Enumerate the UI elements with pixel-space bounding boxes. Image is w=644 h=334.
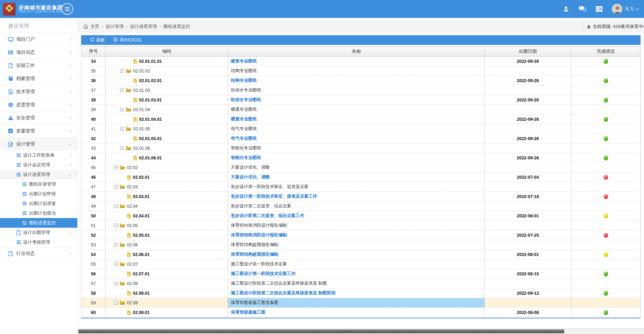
collapse-toggle[interactable]	[114, 243, 118, 247]
table-row-48[interactable]: 4802.03.01初步设计第一阶段技术审定、提资及定案工作2022-07-18	[81, 192, 641, 202]
breadcrumb-items: 主页›设计管理›设计进度管理›图纸进度监控	[90, 23, 190, 30]
table-row-34[interactable]: 3402.01.01.01建筑专业图纸2022-09-26	[81, 57, 641, 66]
current-level: 当前层级: 416黄河体育中心	[583, 21, 644, 32]
collapse-toggle[interactable]	[114, 204, 118, 208]
collapse-toggle[interactable]	[120, 69, 124, 73]
breadcrumb-item[interactable]: 图纸进度监控	[163, 24, 190, 29]
table-row-57[interactable]: 5702.08施工图设计阶段第二次综合定案及终版提资及 制图	[81, 279, 641, 288]
table-row-43[interactable]: 4302.01.06智能化专业图纸	[81, 144, 641, 153]
sidebar-item-20[interactable]: 行业动态	[0, 247, 77, 260]
collapse-toggle[interactable]	[114, 166, 118, 169]
collapse-toggle[interactable]	[114, 185, 118, 189]
name-link[interactable]: 智能化专业图纸	[231, 155, 261, 161]
collapse-toggle[interactable]	[120, 146, 124, 150]
collapse-toggle[interactable]	[120, 108, 124, 111]
chat-icon[interactable]	[579, 5, 586, 13]
table-row-36[interactable]: 3602.01.02.01结构专业图纸2022-09-26	[81, 76, 641, 86]
breadcrumb-home[interactable]: 主页	[90, 24, 99, 29]
table-row-44[interactable]: 4402.01.06.01智能化专业图纸2022-09-26	[81, 153, 641, 163]
breadcrumb-item[interactable]: 设计进度管理	[130, 24, 157, 29]
table-row-50[interactable]: 5002.04.01初步设计阶第二次提资、综合定案工作2022-08-01	[81, 211, 641, 221]
sidebar-item-17[interactable]: 图纸进度监控	[0, 218, 77, 228]
collapse-toggle[interactable]	[114, 224, 118, 227]
collapse-toggle[interactable]	[114, 301, 118, 305]
name-link[interactable]: 电气专业图纸	[231, 136, 257, 141]
sidebar-item-18[interactable]: 设计出图管理	[0, 228, 77, 237]
user-icon[interactable]	[562, 5, 570, 13]
name-link[interactable]: 施工图设计第一阶段技术定案工作	[231, 271, 296, 277]
table-row-41[interactable]: 4102.01.05电气专业图纸	[81, 124, 641, 134]
table-row-60[interactable]: 6002.09.01体育馆桩基施工图2022-08-08	[81, 308, 641, 317]
table-row-47[interactable]: 4702.03初步设计第一阶段技术审定、提资及定案	[81, 182, 641, 192]
page-icon	[133, 156, 137, 160]
table-row-56[interactable]: 5602.07.01施工图设计第一阶段技术定案工作2022-08-15	[81, 269, 641, 279]
horizontal-scrollbar[interactable]	[78, 328, 644, 334]
table-row-53[interactable]: 5302.06体育馆结构超限报告编制	[81, 240, 641, 250]
table-row-45[interactable]: 4502.02方案设计优化、调整	[81, 163, 641, 173]
sidebar-item-14[interactable]: 出图计划申报	[0, 189, 77, 199]
sidebar-item-10[interactable]: 设计工作联系单	[0, 150, 77, 160]
table-row-52[interactable]: 5202.05.01体育馆特殊消防设计报告编制2022-07-25	[81, 230, 641, 240]
name-link[interactable]: 体育馆桩基施工图	[231, 310, 265, 315]
avatar[interactable]	[612, 4, 622, 14]
export-excel-button[interactable]: 导出EXCEL	[109, 35, 146, 45]
table-row-58[interactable]: 5802.08.01施工图设计阶段第二次综合定案及终版提资及 制图阶段2022-…	[81, 288, 641, 298]
folder-icon	[126, 146, 131, 150]
name-link[interactable]: 暖通专业图纸	[231, 116, 257, 122]
sidebar-item-13[interactable]: 图纸目录管理	[0, 179, 77, 189]
name-link[interactable]: 体育馆特殊消防设计报告编制	[231, 232, 287, 238]
sidebar-item-11[interactable]: 设计会议管理	[0, 160, 77, 170]
name-link[interactable]: 方案设计优化、调整	[231, 174, 270, 180]
table-row-42[interactable]: 4202.01.05.01电气专业图纸2022-09-26	[81, 134, 641, 144]
sidebar-item-16[interactable]: 出图计划督办	[0, 208, 77, 218]
sidebar-item-7[interactable]: 安全管理	[0, 111, 77, 124]
collapse-toggle[interactable]	[120, 88, 124, 92]
sidebar-item-8[interactable]: 质量管理	[0, 124, 77, 137]
horizontal-scrollbar-thumb[interactable]	[78, 330, 564, 333]
name-link[interactable]: 施工图设计阶段第二次综合定案及终版提资及 制图阶段	[231, 290, 335, 296]
sidebar-item-15[interactable]: 出图计划变更	[0, 199, 77, 208]
table-row-59[interactable]: 5902.09体育馆桩基施工图准备图	[81, 298, 641, 308]
table-row-46[interactable]: 4602.02.01方案设计优化、调整2022-07-04	[81, 173, 641, 182]
table-row-38[interactable]: 3802.01.03.01给排水专业图纸2022-09-26	[81, 95, 641, 105]
table-row-35[interactable]: 3502.01.02结构专业图纸	[81, 66, 641, 76]
user-menu[interactable]: 马飞	[612, 4, 638, 14]
code-cell: 02.05	[106, 221, 228, 230]
status-dot-red	[604, 175, 608, 180]
hamburger-menu-button[interactable]	[61, 3, 73, 15]
breadcrumb-item[interactable]: 设计管理	[106, 24, 124, 29]
sidebar-item-5[interactable]: 技术管理	[0, 85, 77, 98]
app-list-icon[interactable]	[595, 5, 603, 13]
sidebar-item-label: 设计工作联系单	[23, 152, 55, 158]
sidebar-item-19[interactable]: 设计考核管理	[0, 237, 77, 247]
seq-cell: 54	[81, 250, 106, 259]
name-link[interactable]: 体育馆结构超限报告编制	[231, 252, 279, 257]
name-link[interactable]: 初步设计第一阶段技术审定、提资及定案工作	[231, 194, 317, 199]
table-row-39[interactable]: 3902.01.04暖通专业图纸	[81, 105, 641, 115]
name-link[interactable]: 初步设计阶第二次提资、综合定案工作	[231, 213, 304, 219]
table-row-54[interactable]: 5402.06.01体育馆结构超限报告编制2022-08-01	[81, 250, 641, 259]
table-row-37[interactable]: 3702.01.03给排水专业图纸	[81, 86, 641, 95]
name-link[interactable]: 结构专业图纸	[231, 78, 257, 84]
date-cell: 2022-08-01	[485, 211, 571, 221]
collapse-toggle[interactable]	[114, 282, 118, 285]
menu-icon	[16, 163, 21, 168]
table-row-55[interactable]: 5502.07施工图设计第一阶段技术定案	[81, 259, 641, 269]
sidebar-item-2[interactable]: 项目动态	[0, 46, 77, 59]
table-row-49[interactable]: 4902.04初步设计第二次提资、综合定案	[81, 202, 641, 211]
sidebar-item-3[interactable]: 前期工作	[0, 59, 77, 72]
sidebar-item-6[interactable]: 进度管理	[0, 98, 77, 111]
sidebar-item-4[interactable]: 档案管理	[0, 72, 77, 85]
sidebar-item-9[interactable]: 设计管理	[0, 137, 77, 150]
status-dot-red	[604, 194, 608, 199]
name-link[interactable]: 建筑专业图纸	[231, 58, 257, 64]
home-icon	[83, 24, 88, 29]
table-row-51[interactable]: 5102.05体育馆特殊消防设计报告编制	[81, 221, 641, 230]
sidebar-item-1[interactable]: 项目门户	[0, 32, 77, 46]
table-row-40[interactable]: 4002.01.04.01暖通专业图纸2022-09-26	[81, 115, 641, 124]
refresh-button[interactable]: 刷新	[86, 35, 109, 45]
sidebar-item-12[interactable]: 设计进度管理	[0, 170, 77, 179]
collapse-toggle[interactable]	[114, 262, 118, 266]
collapse-toggle[interactable]	[120, 127, 124, 131]
name-link[interactable]: 给排水专业图纸	[231, 97, 261, 103]
